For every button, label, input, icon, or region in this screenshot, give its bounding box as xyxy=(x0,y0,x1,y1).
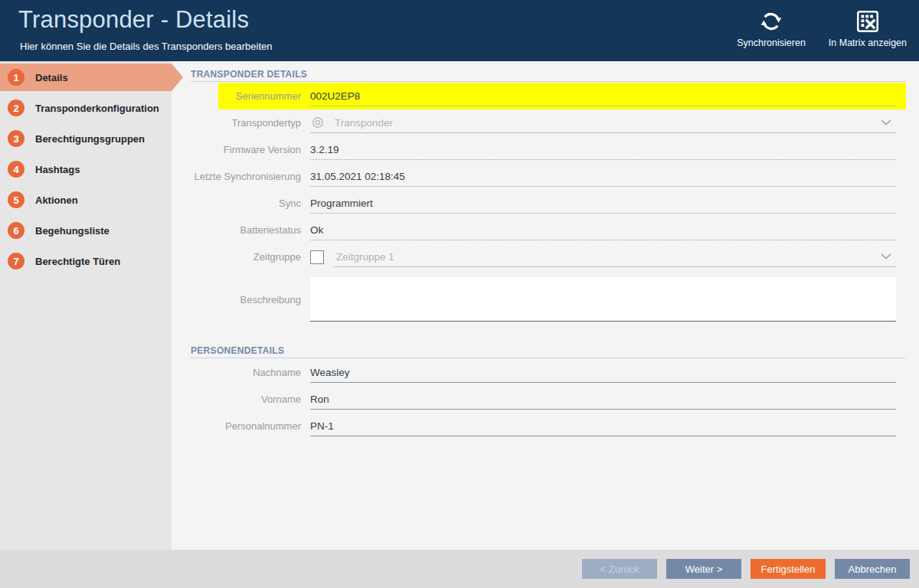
page-subtitle: Hier können Sie die Details des Transpon… xyxy=(20,41,273,52)
beschreibung-label: Beschreibung xyxy=(191,294,310,305)
chevron-down-icon xyxy=(881,253,891,260)
matrix-icon xyxy=(855,7,881,36)
synchronize-label: Synchronisieren xyxy=(737,38,806,48)
transpondertyp-dropdown[interactable]: Transponder xyxy=(310,113,896,133)
finish-button[interactable]: Fertigstellen xyxy=(751,559,826,579)
field-row-vorname: Vorname xyxy=(191,386,906,413)
field-row-firmware: Firmware Version 3.2.19 xyxy=(191,136,906,163)
zeitgruppe-checkbox[interactable] xyxy=(310,250,324,264)
sidebar-item-hashtags[interactable]: 4 Hashtags xyxy=(0,155,172,183)
zeitgruppe-label: Zeitgruppe xyxy=(191,251,310,263)
page-title: Transponder - Details xyxy=(18,6,249,34)
seriennummer-value: 002U2EP8 xyxy=(310,87,896,106)
main-content: TRANSPONDER DETAILS Seriennummer 002U2EP… xyxy=(172,61,919,550)
sync-icon xyxy=(758,7,784,36)
firmware-text: 3.2.19 xyxy=(310,144,339,155)
step-number-badge: 3 xyxy=(8,130,25,147)
page-header: Transponder - Details Hier können Sie di… xyxy=(0,0,919,61)
sync-value: Programmiert xyxy=(310,194,896,214)
sidebar-item-transponderkonfiguration[interactable]: 2 Transponderkonfiguration xyxy=(0,94,172,122)
chevron-down-icon xyxy=(881,119,891,126)
sidebar-item-label: Aktionen xyxy=(35,194,78,206)
beschreibung-textarea[interactable] xyxy=(310,277,896,322)
sidebar-item-label: Hashtags xyxy=(35,164,80,175)
step-number-badge: 2 xyxy=(8,100,25,116)
sidebar-item-aktionen[interactable]: 5 Aktionen xyxy=(0,186,172,214)
sidebar-item-label: Berechtigte Türen xyxy=(35,256,120,267)
batteriestatus-label: Batteriestatus xyxy=(191,224,310,236)
firmware-value: 3.2.19 xyxy=(310,140,896,160)
step-number-badge: 7 xyxy=(8,253,25,270)
transponder-icon xyxy=(312,116,324,129)
show-in-matrix-label: In Matrix anzeigen xyxy=(829,38,907,48)
letzte-synchronisierung-value: 31.05.2021 02:18:45 xyxy=(310,167,896,187)
firmware-label: Firmware Version xyxy=(191,144,310,155)
field-row-sync: Sync Programmiert xyxy=(191,190,906,217)
next-button[interactable]: Weiter > xyxy=(666,559,741,579)
header-actions: Synchronisieren xyxy=(737,7,907,48)
step-number-badge: 4 xyxy=(8,161,25,178)
sync-text: Programmiert xyxy=(310,198,373,209)
batteriestatus-value: Ok xyxy=(310,220,896,240)
letzte-synchronisierung-text: 31.05.2021 02:18:45 xyxy=(310,171,405,182)
sidebar-item-label: Details xyxy=(35,72,68,83)
seriennummer-text: 002U2EP8 xyxy=(310,90,360,102)
field-row-personalnummer: Personalnummer xyxy=(191,413,906,439)
batteriestatus-text: Ok xyxy=(310,224,323,236)
field-row-transpondertyp: Transpondertyp Transponder xyxy=(191,109,906,136)
sidebar-item-details[interactable]: 1 Details xyxy=(0,64,172,91)
zeitgruppe-field: Zeitgruppe 1 xyxy=(310,247,896,267)
field-row-nachname: Nachname xyxy=(191,359,906,386)
app-window: { "header": { "title": "Transponder - De… xyxy=(0,0,919,588)
sidebar-item-label: Berechtigungsgruppen xyxy=(35,133,145,145)
field-row-beschreibung: Beschreibung xyxy=(191,275,906,324)
field-row-zeitgruppe: Zeitgruppe Zeitgruppe 1 xyxy=(191,243,906,270)
field-row-seriennummer: Seriennummer 002U2EP8 xyxy=(218,83,906,109)
sidebar-item-berechtigungsgruppen[interactable]: 3 Berechtigungsgruppen xyxy=(0,125,172,152)
nachname-input[interactable] xyxy=(310,363,896,383)
personalnummer-label: Personalnummer xyxy=(191,420,310,432)
section-title-personendetails: PERSONENDETAILS xyxy=(191,345,906,358)
active-step-arrow xyxy=(172,64,183,91)
footer-bar: < Zurück Weiter > Fertigstellen Abbreche… xyxy=(0,550,919,588)
seriennummer-label: Seriennummer xyxy=(218,90,310,102)
transpondertyp-label: Transpondertyp xyxy=(191,117,310,129)
step-number-badge: 6 xyxy=(8,222,25,239)
cancel-button[interactable]: Abbrechen xyxy=(835,559,910,579)
synchronize-button[interactable]: Synchronisieren xyxy=(737,7,806,48)
step-number-badge: 1 xyxy=(8,69,25,86)
sync-label: Sync xyxy=(191,198,310,209)
sidebar-item-berechtigte-tueren[interactable]: 7 Berechtigte Türen xyxy=(0,247,172,275)
vorname-input[interactable] xyxy=(310,390,896,410)
field-row-letzte-synchronisierung: Letzte Synchronisierung 31.05.2021 02:18… xyxy=(191,163,906,190)
step-number-badge: 5 xyxy=(8,191,25,208)
zeitgruppe-value: Zeitgruppe 1 xyxy=(336,251,394,263)
sidebar-item-label: Transponderkonfiguration xyxy=(35,103,159,114)
personalnummer-input[interactable] xyxy=(310,416,896,436)
show-in-matrix-button[interactable]: In Matrix anzeigen xyxy=(829,7,907,48)
nachname-label: Nachname xyxy=(191,367,310,378)
sidebar-item-begehungsliste[interactable]: 6 Begehungsliste xyxy=(0,217,172,244)
sidebar-item-label: Begehungsliste xyxy=(35,225,110,237)
transpondertyp-value: Transponder xyxy=(335,117,393,129)
section-title-transponder-details: TRANSPONDER DETAILS xyxy=(191,69,906,82)
vorname-label: Vorname xyxy=(191,394,310,405)
back-button[interactable]: < Zurück xyxy=(582,559,657,579)
zeitgruppe-dropdown[interactable]: Zeitgruppe 1 xyxy=(333,247,896,267)
wizard-step-sidebar: 1 Details 2 Transponderkonfiguration 3 B… xyxy=(0,61,172,550)
letzte-synchronisierung-label: Letzte Synchronisierung xyxy=(191,171,310,182)
field-row-batteriestatus: Batteriestatus Ok xyxy=(191,217,906,243)
